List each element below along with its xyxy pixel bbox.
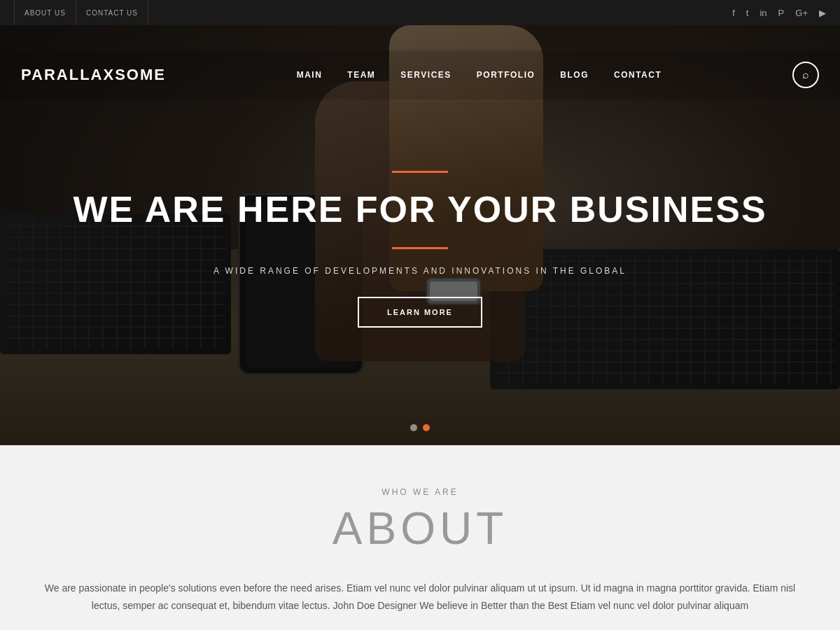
pinterest-icon[interactable]: P bbox=[778, 8, 785, 18]
nav-portfolio[interactable]: PORTFOLIO bbox=[477, 70, 536, 80]
slider-dot-2[interactable] bbox=[423, 424, 430, 431]
hero-divider-top bbox=[392, 171, 448, 173]
nav-services[interactable]: SERVICES bbox=[400, 70, 451, 80]
twitter-icon[interactable]: t bbox=[746, 8, 749, 18]
top-social-links: f t in P G+ ▶ bbox=[732, 8, 826, 18]
site-header: PARALLAXSOME MAIN TEAM SERVICES PORTFOLI… bbox=[0, 50, 840, 99]
search-button[interactable]: ⌕ bbox=[792, 62, 819, 88]
site-logo[interactable]: PARALLAXSOME bbox=[21, 66, 166, 84]
about-title: ABOUT bbox=[21, 503, 819, 554]
linkedin-icon[interactable]: in bbox=[760, 8, 766, 18]
top-bar: ABOUT US CONTACT US f t in P G+ ▶ bbox=[0, 0, 840, 25]
googleplus-icon[interactable]: G+ bbox=[795, 8, 808, 18]
hero-subtitle: A WIDE RANGE OF DEVELOPMENTS AND INNOVAT… bbox=[214, 266, 626, 276]
nav-main[interactable]: MAIN bbox=[297, 70, 323, 80]
nav-contact[interactable]: CONTACT bbox=[614, 70, 662, 80]
hero-title: WE ARE HERE FOR YOUR BUSINESS bbox=[73, 190, 766, 230]
top-bar-links: ABOUT US CONTACT US bbox=[14, 0, 148, 25]
hero-cta-button[interactable]: LEARN MORE bbox=[358, 297, 482, 328]
who-we-are-label: WHO WE ARE bbox=[21, 487, 819, 497]
about-text: We are passionate in people's solutions … bbox=[35, 580, 805, 615]
top-link-contact[interactable]: CONTACT US bbox=[76, 0, 148, 25]
slider-dots bbox=[410, 424, 430, 431]
top-link-about[interactable]: ABOUT US bbox=[14, 0, 76, 25]
hero-section: PARALLAXSOME MAIN TEAM SERVICES PORTFOLI… bbox=[0, 25, 840, 445]
facebook-icon[interactable]: f bbox=[732, 8, 735, 18]
nav-team[interactable]: TEAM bbox=[347, 70, 375, 80]
youtube-icon[interactable]: ▶ bbox=[819, 8, 826, 18]
nav-blog[interactable]: BLOG bbox=[560, 70, 589, 80]
hero-divider-bottom bbox=[392, 247, 448, 249]
hero-content: WE ARE HERE FOR YOUR BUSINESS A WIDE RAN… bbox=[52, 171, 788, 327]
about-section: WHO WE ARE ABOUT We are passionate in pe… bbox=[0, 445, 840, 630]
slider-dot-1[interactable] bbox=[410, 424, 417, 431]
main-nav: MAIN TEAM SERVICES PORTFOLIO BLOG CONTAC… bbox=[297, 70, 662, 80]
